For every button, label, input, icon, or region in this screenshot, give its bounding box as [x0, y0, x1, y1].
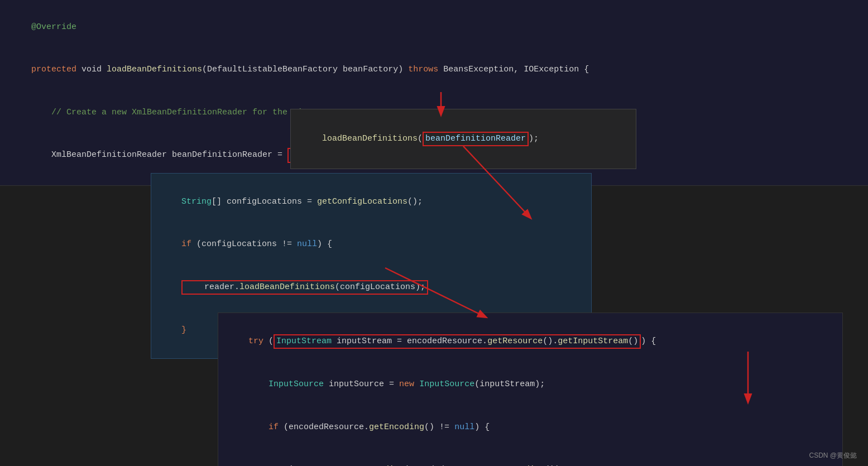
tooltip-block: loadBeanDefinitions(beanDefinitionReader… [290, 109, 636, 169]
code-line-1: @Override [11, 6, 857, 49]
code-line-2: protected void loadBeanDefinitions(Defau… [11, 49, 857, 92]
middle-line-2: if (configLocations != null) { [161, 223, 581, 266]
bottom-code-block: try (InputStream inputStream = encodedRe… [218, 313, 843, 466]
bottom-line-1: try (InputStream inputStream = encodedRe… [228, 320, 832, 363]
tooltip-highlight: beanDefinitionReader [423, 132, 529, 147]
watermark: CSDN @黄俊懿 [809, 451, 857, 460]
bottom-line-2: InputSource inputSource = new InputSourc… [228, 363, 832, 406]
tooltip-content: loadBeanDefinitions(beanDefinitionReader… [302, 117, 625, 161]
bottom-line-3: if (encodedResource.getEncoding() != nul… [228, 406, 832, 449]
middle-line-3: reader.loadBeanDefinitions(configLocatio… [161, 266, 581, 309]
middle-highlight: reader.loadBeanDefinitions(configLocatio… [181, 280, 428, 295]
bottom-line-4: inputSource.setEncoding(encodedResource.… [228, 449, 832, 467]
bottom-highlight-1: InputStream inputStream = encodedResourc… [274, 334, 641, 349]
middle-line-1: String[] configLocations = getConfigLoca… [161, 180, 581, 223]
